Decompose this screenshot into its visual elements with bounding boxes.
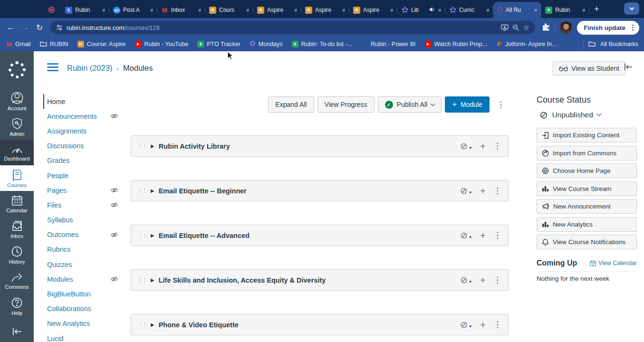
expand-caret-icon[interactable]: ▶ [151,188,154,193]
expand-caret-icon[interactable]: ▶ [151,143,154,149]
global-nav-calendar[interactable]: Calendar [0,191,34,217]
unpublished-toggle[interactable]: ⊘▼ [460,231,472,240]
module-title[interactable]: Rubin Activity Library [159,142,456,150]
browser-menu-icon[interactable]: ⋮ [629,23,636,32]
add-module-button[interactable]: + Module [445,96,490,113]
module-title[interactable]: Email Etiquette -- Advanced [159,232,456,239]
publish-all-button[interactable]: ✓ Publish All [378,96,442,113]
course-status-dropdown[interactable]: ⊘ Unpublished [537,110,637,120]
forward-button[interactable]: → [19,21,31,34]
view-as-student-button[interactable]: View as Student [553,61,625,76]
canvas-logo[interactable] [0,51,34,88]
tab-close-icon[interactable]: × [246,7,250,14]
tab-close-icon[interactable]: × [342,7,346,14]
bookmark-item[interactable]: Watch Rubin Prop... [425,41,487,48]
global-nav-history[interactable]: History [0,242,34,268]
new-tab-button[interactable]: + [594,4,599,14]
new-announcement-button[interactable]: New Announcement [537,199,637,214]
add-item-icon[interactable]: + [480,319,486,331]
global-nav-help[interactable]: Help [0,294,34,319]
module-title[interactable]: Phone & Video Etiquette [159,321,456,329]
unpublished-toggle[interactable]: ⊘▼ [460,320,472,330]
tab-close-icon[interactable]: × [486,7,490,14]
reload-button[interactable]: ↻ [33,21,46,34]
browser-tab-active[interactable]: All Ru × [493,2,541,18]
drag-handle-icon[interactable]: ⋮⋮ [138,277,146,283]
collapse-global-nav-button[interactable] [0,321,34,342]
choose-home-page-button[interactable]: Choose Home Page [537,163,637,178]
module-title[interactable]: Email Etiquette -- Beginner [159,187,456,195]
unpublished-toggle[interactable]: ⊘▼ [460,276,472,285]
tab-close-icon[interactable]: × [582,7,586,14]
site-settings-icon[interactable] [56,24,63,31]
global-nav-inbox[interactable]: Inbox [0,217,34,242]
drag-handle-icon[interactable]: ⋮⋮ [138,188,146,194]
course-nav-discussions[interactable]: Discussions [43,139,118,153]
course-nav-grades[interactable]: Grades [43,153,118,168]
global-nav-dashboard[interactable]: Dashboard [0,140,34,165]
all-bookmarks[interactable]: All Bookmarks [583,39,638,49]
back-button[interactable]: ← [5,21,17,34]
tab-close-icon[interactable]: × [390,7,394,14]
audio-playing-icon[interactable] [429,7,435,14]
bookmark-item[interactable]: Rubin - YouTube [135,41,189,48]
add-item-icon[interactable]: + [480,185,486,197]
course-nav-announcements[interactable]: Announcements [43,109,118,124]
view-course-notifications-button[interactable]: View Course Notifications [537,235,637,249]
modules-options-kebab[interactable]: ⋮ [493,96,509,113]
collapse-right-sidebar-button[interactable] [623,63,634,73]
add-item-icon[interactable]: + [480,141,486,152]
extensions-icon[interactable] [542,23,550,33]
drag-handle-icon[interactable]: ⋮⋮ [138,232,146,238]
view-course-stream-button[interactable]: View Course Stream [537,181,637,196]
course-nav-bigbluebutton[interactable]: BigBlueButton [43,286,118,301]
zoom-out-icon[interactable] [512,24,519,31]
course-nav-toggle-icon[interactable] [47,63,58,71]
tab-close-icon[interactable]: × [534,7,538,14]
course-nav-syllabus[interactable]: Syllabus [43,213,118,228]
finish-update-button[interactable]: Finish update ⋮ [577,21,639,35]
expand-all-button[interactable]: Expand All [268,96,314,113]
browser-tab[interactable]: R Aspire × [349,2,397,18]
bookmark-item[interactable]: Jotform- Aspire In... [496,40,557,48]
import-existing-content-button[interactable]: Import Existing Content [537,128,637,142]
unpublished-toggle[interactable]: ⊘▼ [460,142,472,151]
course-nav-people[interactable]: People [43,168,118,183]
unpublished-toggle[interactable]: ⊘▼ [460,186,472,196]
module-kebab-icon[interactable]: ⋮ [493,320,501,330]
course-nav-modules[interactable]: Modules [43,272,118,286]
module-kebab-icon[interactable]: ⋮ [493,141,501,151]
course-nav-quizzes[interactable]: Quizzes [43,257,118,272]
tab-close-icon[interactable]: × [438,7,442,14]
install-icon[interactable] [501,24,509,31]
view-progress-button[interactable]: View Progress [317,96,375,113]
module-kebab-icon[interactable]: ⋮ [493,230,501,240]
course-nav-rubrics[interactable]: Rubrics [43,242,118,257]
module-title[interactable]: Life Skills and Inclusion, Access Equity… [159,276,456,284]
course-nav-home[interactable]: Home [43,94,118,109]
global-nav-admin[interactable]: Admin [0,114,34,140]
expand-caret-icon[interactable]: ▶ [151,233,154,238]
browser-tab[interactable]: zm Post A × [109,2,157,18]
browser-tab[interactable]: R Cours × [205,2,253,18]
browser-tab[interactable]: Curric × [445,2,493,18]
global-nav-commons[interactable]: Commons [0,268,34,294]
bookmark-item[interactable]: RCourse: Aspire [77,41,126,48]
course-nav-pages[interactable]: Pages [43,183,118,198]
browser-tab[interactable]: R Aspire × [253,2,301,18]
course-nav-assignments[interactable]: Assignments [43,124,118,138]
profile-avatar[interactable] [560,21,572,34]
tab-search-chevron-button[interactable] [624,2,639,15]
browser-tab[interactable]: 5 Rubin × [61,2,109,18]
module-kebab-icon[interactable]: ⋮ [493,186,501,196]
address-bar[interactable]: rubin.instructure.com/courses/129 ☆ [50,21,535,34]
browser-tab[interactable]: R Aspire × [301,2,349,18]
expand-caret-icon[interactable]: ▶ [151,277,154,283]
bookmark-item[interactable]: +Rubin: To-do list -... [292,41,352,48]
course-nav-files[interactable]: Files [43,198,118,212]
course-nav-new-analytics[interactable]: New Analytics [43,316,118,331]
import-from-commons-button[interactable]: Import from Commons [537,146,637,161]
expand-caret-icon[interactable]: ▶ [151,322,154,327]
drag-handle-icon[interactable]: ⋮⋮ [138,143,146,149]
tab-close-icon[interactable]: × [150,7,154,14]
